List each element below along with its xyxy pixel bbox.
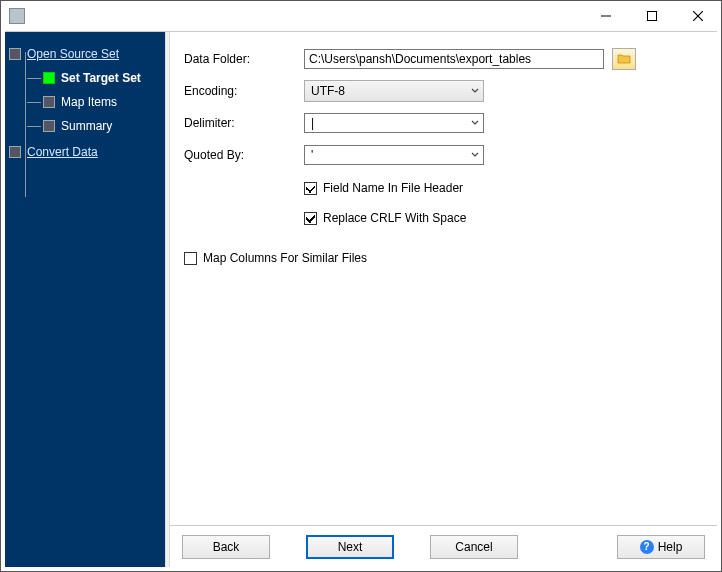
help-button[interactable]: ? Help — [617, 535, 705, 559]
browse-folder-button[interactable] — [612, 48, 636, 70]
close-button[interactable] — [675, 1, 721, 31]
wizard-window: Open Source Set Set Target Set Map Items… — [0, 0, 722, 572]
folder-icon — [617, 53, 631, 65]
app-icon — [9, 8, 25, 24]
back-button[interactable]: Back — [182, 535, 270, 559]
data-folder-input[interactable] — [304, 49, 604, 69]
replace-crlf-row: Replace CRLF With Space — [304, 206, 703, 230]
chevron-down-icon — [471, 119, 479, 127]
chevron-down-icon — [471, 87, 479, 95]
map-columns-checkbox[interactable] — [184, 252, 197, 265]
wizard-steps-sidebar: Open Source Set Set Target Set Map Items… — [5, 32, 165, 567]
step-summary[interactable]: Summary — [27, 114, 161, 138]
field-name-header-row: Field Name In File Header — [304, 176, 703, 200]
encoding-select[interactable]: UTF-8 — [304, 80, 484, 102]
step-label: Open Source Set — [27, 47, 119, 61]
quoted-by-value: ' — [311, 148, 313, 162]
replace-crlf-checkbox[interactable] — [304, 212, 317, 225]
map-columns-row: Map Columns For Similar Files — [184, 246, 703, 270]
wizard-button-bar: Back Next Cancel ? Help — [170, 525, 717, 567]
data-folder-label: Data Folder: — [184, 52, 304, 66]
target-set-form: Data Folder: Encoding: UTF-8 — [170, 32, 717, 525]
delimiter-combo[interactable]: | — [304, 113, 484, 133]
step-set-target-set[interactable]: Set Target Set — [27, 66, 161, 90]
cancel-button[interactable]: Cancel — [430, 535, 518, 559]
step-marker-icon — [43, 120, 55, 132]
quoted-by-combo[interactable]: ' — [304, 145, 484, 165]
wizard-body: Open Source Set Set Target Set Map Items… — [5, 31, 717, 567]
chevron-down-icon — [471, 151, 479, 159]
content-pane: Data Folder: Encoding: UTF-8 — [170, 32, 717, 567]
replace-crlf-label: Replace CRLF With Space — [323, 211, 466, 225]
encoding-value: UTF-8 — [311, 84, 345, 98]
step-label: Convert Data — [27, 145, 98, 159]
titlebar — [1, 1, 721, 31]
step-label: Set Target Set — [61, 71, 141, 85]
encoding-label: Encoding: — [184, 84, 304, 98]
step-convert-data[interactable]: Convert Data — [9, 140, 161, 164]
step-map-items[interactable]: Map Items — [27, 90, 161, 114]
step-marker-icon — [9, 48, 21, 60]
help-icon: ? — [640, 540, 654, 554]
quoted-by-label: Quoted By: — [184, 148, 304, 162]
svg-rect-1 — [648, 12, 657, 21]
field-name-header-checkbox[interactable] — [304, 182, 317, 195]
delimiter-label: Delimiter: — [184, 116, 304, 130]
maximize-button[interactable] — [629, 1, 675, 31]
field-name-header-label: Field Name In File Header — [323, 181, 463, 195]
step-marker-icon — [43, 96, 55, 108]
step-marker-icon — [9, 146, 21, 158]
minimize-button[interactable] — [583, 1, 629, 31]
map-columns-label: Map Columns For Similar Files — [203, 251, 367, 265]
next-button[interactable]: Next — [306, 535, 394, 559]
step-marker-icon — [43, 72, 55, 84]
step-label: Summary — [61, 119, 112, 133]
delimiter-value: | — [311, 116, 314, 130]
step-open-source-set[interactable]: Open Source Set — [9, 42, 161, 66]
window-controls — [583, 1, 721, 31]
step-label: Map Items — [61, 95, 117, 109]
